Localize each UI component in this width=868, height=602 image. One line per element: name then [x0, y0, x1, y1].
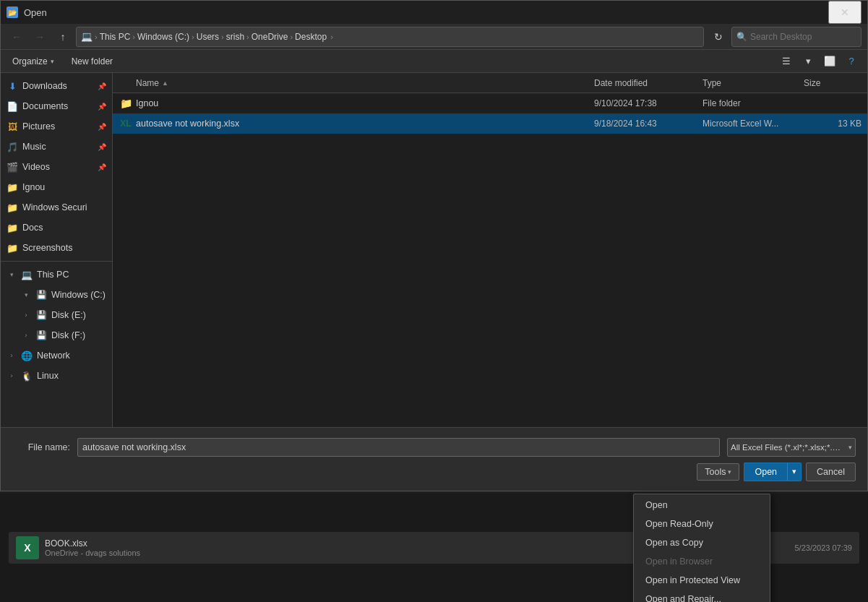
open-dropdown-button[interactable]: ▾	[787, 463, 802, 481]
sidebar-linux-label: Linux	[37, 371, 59, 381]
sidebar-windows-c-label: Windows (C:)	[51, 290, 106, 300]
sidebar: ⬇ Downloads 📌 📄 Documents 📌 🖼 Pictures 📌…	[1, 73, 113, 427]
pictures-pin-icon: 📌	[98, 123, 106, 131]
dropdown-read-only[interactable]: Open Read-Only	[634, 515, 770, 533]
breadcrumb-users[interactable]: Users	[197, 32, 219, 42]
sidebar-item-disk-e[interactable]: › 💾 Disk (E:)	[1, 305, 112, 325]
up-button[interactable]: ↑	[53, 27, 73, 47]
organize-chevron-icon: ▾	[51, 58, 54, 65]
sidebar-item-windows-security[interactable]: 📁 Windows Securi	[1, 197, 112, 218]
view-details-button[interactable]: ☰	[776, 51, 796, 72]
search-box[interactable]: 🔍	[731, 27, 861, 47]
filename-input[interactable]	[77, 438, 720, 457]
disk-e-icon: 💾	[35, 309, 47, 321]
sidebar-screenshots-label: Screenshots	[22, 243, 72, 253]
breadcrumb-user[interactable]: srish	[226, 32, 244, 42]
dropdown-protected-view[interactable]: Open in Protected View	[634, 571, 770, 590]
preview-pane-button[interactable]: ⬜	[820, 51, 840, 72]
breadcrumb-desktop[interactable]: Desktop	[295, 32, 327, 42]
address-chevron-icon: ›	[330, 33, 333, 41]
sidebar-item-pictures[interactable]: 🖼 Pictures 📌	[1, 116, 112, 137]
breadcrumb-onedrive[interactable]: OneDrive	[252, 32, 288, 42]
documents-pin-icon: 📌	[98, 103, 106, 111]
sidebar-disk-f-label: Disk (F:)	[51, 330, 85, 340]
sidebar-item-downloads[interactable]: ⬇ Downloads 📌	[1, 76, 112, 96]
dropdown-as-copy[interactable]: Open as Copy	[634, 533, 770, 552]
breadcrumb-drive[interactable]: Windows (C:)	[137, 32, 189, 42]
sidebar-item-screenshots[interactable]: 📁 Screenshots	[1, 238, 112, 258]
sidebar-item-music[interactable]: 🎵 Music 📌	[1, 137, 112, 157]
filetype-select[interactable]: All Excel Files (*.xl*;*.xlsx;*.xlsm ▾	[727, 438, 856, 457]
organize-button[interactable]: Organize ▾	[7, 54, 60, 69]
file-date-ignou: 9/10/2024 17:38	[594, 98, 702, 108]
back-button[interactable]: ←	[7, 27, 27, 47]
action-bar: Organize ▾ New folder ☰ ▾ ⬜ ?	[1, 50, 867, 73]
disk-f-icon: 💾	[35, 330, 47, 341]
disk-e-expand-icon: ›	[21, 311, 31, 319]
sidebar-item-ignou[interactable]: 📁 Ignou	[1, 177, 112, 197]
linux-icon: 🐧	[21, 370, 33, 382]
sidebar-pictures-label: Pictures	[22, 121, 55, 132]
filename-label: File name:	[12, 442, 70, 452]
downloads-pin-icon: 📌	[98, 82, 106, 90]
sidebar-item-docs[interactable]: 📁 Docs	[1, 218, 112, 238]
sidebar-item-documents[interactable]: 📄 Documents 📌	[1, 96, 112, 116]
file-row-ignou[interactable]: 📁 Ignou 9/10/2024 17:38 File folder	[113, 93, 867, 113]
sidebar-documents-label: Documents	[22, 101, 68, 111]
close-button[interactable]: ✕	[828, 1, 861, 24]
search-input[interactable]	[750, 32, 856, 42]
windows-c-expand-icon: ▾	[21, 291, 31, 298]
music-icon: 🎵	[7, 141, 18, 152]
sidebar-disk-e-label: Disk (E:)	[51, 310, 86, 320]
open-split-button: Open ▾	[744, 463, 802, 481]
dropdown-repair[interactable]: Open and Repair...	[634, 590, 770, 602]
refresh-button[interactable]: ↻	[708, 27, 729, 47]
folder-icon: 📁	[119, 96, 133, 111]
taskbar-location: OneDrive - dvags solutions	[45, 549, 140, 557]
ignou-folder-icon: 📁	[7, 181, 18, 193]
sidebar-item-videos[interactable]: 🎬 Videos 📌	[1, 157, 112, 177]
view-dropdown-button[interactable]: ▾	[798, 51, 818, 72]
open-dialog: 📂 Open ✕ ← → ↑ 💻 › This PC › Windows (C:…	[0, 0, 868, 491]
file-type-xlsx: Microsoft Excel W...	[702, 119, 804, 129]
tools-button[interactable]: Tools ▾	[697, 463, 739, 481]
file-date-xlsx: 9/18/2024 16:43	[594, 119, 702, 129]
tools-label: Tools	[705, 467, 726, 477]
sidebar-item-disk-f[interactable]: › 💾 Disk (F:)	[1, 325, 112, 345]
forward-button[interactable]: →	[30, 27, 50, 47]
breadcrumb: 💻 › This PC › Windows (C:) › Users › sri…	[81, 31, 333, 42]
open-button[interactable]: Open	[744, 463, 787, 481]
address-bar[interactable]: 💻 › This PC › Windows (C:) › Users › sri…	[76, 27, 704, 47]
new-folder-button[interactable]: New folder	[66, 54, 119, 69]
help-button[interactable]: ?	[841, 51, 861, 72]
sidebar-item-this-pc[interactable]: ▾ 💻 This PC	[1, 265, 112, 285]
sidebar-item-windows-c[interactable]: ▾ 💾 Windows (C:)	[1, 285, 112, 305]
file-row-xlsx[interactable]: XL autosave not working.xlsx 9/18/2024 1…	[113, 113, 867, 134]
sidebar-this-pc-label: This PC	[37, 270, 69, 280]
col-date-header[interactable]: Date modified	[594, 78, 702, 88]
videos-pin-icon: 📌	[98, 163, 106, 171]
taskbar-date: 5/23/2023 07:39	[794, 543, 852, 552]
sidebar-music-label: Music	[22, 142, 46, 152]
col-size-header[interactable]: Size	[804, 78, 861, 88]
file-size-xlsx: 13 KB	[804, 119, 861, 129]
network-icon: 🌐	[21, 350, 33, 361]
sidebar-network-label: Network	[37, 351, 70, 361]
videos-icon: 🎬	[7, 161, 18, 173]
col-type-header[interactable]: Type	[702, 78, 804, 88]
sidebar-item-network[interactable]: › 🌐 Network	[1, 345, 112, 366]
file-name-ignou: Ignou	[136, 98, 594, 108]
dropdown-open[interactable]: Open	[634, 496, 770, 515]
network-expand-icon: ›	[7, 352, 17, 359]
sidebar-item-linux[interactable]: › 🐧 Linux	[1, 366, 112, 386]
this-pc-expand-icon: ▾	[7, 271, 17, 278]
dialog-icon: 📂	[7, 7, 18, 18]
pictures-icon: 🖼	[7, 121, 18, 132]
col-name-header[interactable]: Name ▲	[119, 78, 594, 88]
sidebar-downloads-label: Downloads	[22, 81, 67, 91]
cancel-button[interactable]: Cancel	[806, 463, 856, 481]
sidebar-windows-security-label: Windows Securi	[22, 202, 87, 212]
breadcrumb-this-pc[interactable]: This PC	[100, 32, 131, 42]
dropdown-in-browser: Open in Browser	[634, 552, 770, 571]
this-pc-icon: 💻	[21, 269, 33, 280]
